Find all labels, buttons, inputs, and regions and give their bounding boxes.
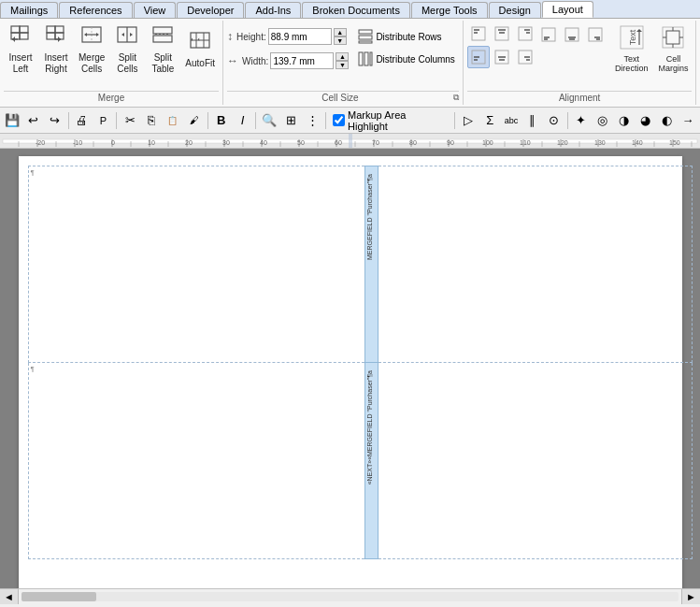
toolbar-cut-btn[interactable]: ✂ <box>120 110 140 131</box>
text-direction-button[interactable]: Text Text Direction <box>611 22 652 75</box>
hscrollbar[interactable]: ◄ ► <box>0 588 700 603</box>
cell-row1-col3[interactable] <box>378 166 692 363</box>
insert-left-icon <box>9 23 32 51</box>
markup-area-highlight-checkbox[interactable]: Markup Area Highlight <box>329 108 451 133</box>
insert-right-label: Insert Right <box>44 52 67 75</box>
svg-text:30: 30 <box>222 139 230 146</box>
toolbar-btn-1[interactable]: 💾 <box>2 110 22 131</box>
toolbar-btn-9[interactable]: ⋮ <box>302 110 322 131</box>
tab-merge-tools[interactable]: Merge Tools <box>411 2 488 18</box>
scroll-left-btn[interactable]: ◄ <box>0 589 19 604</box>
distribute-rows-button[interactable]: Distribute Rows <box>354 26 458 47</box>
height-input[interactable] <box>268 28 332 45</box>
align-bottom-right-btn[interactable] <box>584 23 607 46</box>
toolbar-btn-more2[interactable]: ◎ <box>593 110 613 131</box>
insert-left-button[interactable]: Insert Left <box>4 22 37 75</box>
toolbar-copy-btn[interactable]: ⎘ <box>141 110 162 131</box>
svg-rect-33 <box>359 52 363 65</box>
tab-developer[interactable]: Developer <box>177 2 244 18</box>
align-bottom-left-btn[interactable] <box>537 23 560 46</box>
doc-area[interactable]: ¶ MERGEFIELD "Purchaser"¶a ¶ «NEXT»«MERG… <box>0 149 700 588</box>
toolbar-btn-12[interactable]: ⊙ <box>544 110 564 131</box>
height-label: Height: <box>236 32 266 42</box>
svg-rect-21 <box>153 27 172 34</box>
align-bottom-center-btn[interactable] <box>561 23 583 46</box>
height-row: ↕ Height: ▲ ▼ <box>227 28 349 45</box>
svg-text:140: 140 <box>632 139 643 146</box>
width-spinner[interactable]: ▲ ▼ <box>336 52 349 69</box>
align-top-left-btn[interactable] <box>467 22 490 45</box>
tab-broken-documents[interactable]: Broken Documents <box>302 2 410 18</box>
tab-references[interactable]: References <box>59 2 132 18</box>
tab-layout[interactable]: Layout <box>542 1 593 18</box>
height-down-btn[interactable]: ▼ <box>334 36 347 45</box>
svg-rect-0 <box>11 26 20 33</box>
toolbar-btn-more6[interactable]: → <box>678 110 698 131</box>
mergefield-2: «NEXT»«MERGEFIELD "Purchaser"¶a <box>366 370 373 484</box>
svg-rect-7 <box>55 26 64 33</box>
height-spinner[interactable]: ▲ ▼ <box>334 28 347 45</box>
cell-row1-col1[interactable]: ¶ <box>28 166 364 363</box>
tab-design[interactable]: Design <box>489 2 541 18</box>
distribute-cols-button[interactable]: Distribute Columns <box>354 49 458 69</box>
merge-cells-button[interactable]: Merge Cells <box>75 22 108 75</box>
ruler-svg: -20 -10 0 10 20 30 40 50 60 70 80 90 <box>0 134 700 149</box>
row-marker-1: ¶ <box>31 168 35 177</box>
cell-row1-highlight: MERGEFIELD "Purchaser"¶a <box>364 166 378 363</box>
toolbar-zoom-out-btn[interactable]: 🔍 <box>259 110 279 131</box>
svg-rect-8 <box>47 33 55 39</box>
toolbar-btn-3[interactable]: ↪ <box>45 110 65 131</box>
cell-row2-col1[interactable]: ¶ <box>28 363 364 559</box>
autofit-button[interactable]: AutoFit <box>181 22 219 75</box>
toolbar-btn-more4[interactable]: ◕ <box>635 110 655 131</box>
sort-group: Z Sort <box>696 21 700 105</box>
toolbar-btn-table[interactable]: ⊞ <box>280 110 301 131</box>
scroll-thumb[interactable] <box>21 592 96 601</box>
align-top-right-btn[interactable] <box>514 22 536 45</box>
doc-table: ¶ MERGEFIELD "Purchaser"¶a ¶ «NEXT»«MERG… <box>28 166 693 559</box>
toolbar-btn-more1[interactable]: ✦ <box>571 110 592 131</box>
toolbar-btn-more3[interactable]: ◑ <box>613 110 634 131</box>
toolbar-btn-abc[interactable]: abc <box>501 110 521 131</box>
split-cells-button[interactable]: Split Cells <box>110 22 144 75</box>
markup-checkbox-input[interactable] <box>333 114 345 126</box>
toolbar-print-btn[interactable]: 🖨 <box>72 110 93 131</box>
toolbar-btn-5[interactable]: P <box>93 110 113 131</box>
toolbar-format-painter-btn[interactable]: 🖌 <box>184 110 205 131</box>
toolbar-btn-arrow[interactable]: ▷ <box>458 110 479 131</box>
height-up-btn[interactable]: ▲ <box>334 28 347 36</box>
split-table-button[interactable]: Split Table <box>146 22 179 75</box>
tab-add-ins[interactable]: Add-Ins <box>245 2 301 18</box>
scroll-track[interactable] <box>21 592 679 601</box>
cell-size-expand-icon[interactable]: ⧉ <box>453 93 459 103</box>
width-up-btn[interactable]: ▲ <box>336 52 349 61</box>
tab-view[interactable]: View <box>134 2 177 18</box>
svg-rect-31 <box>359 36 372 39</box>
svg-rect-79 <box>349 134 352 149</box>
align-middle-right-btn[interactable] <box>514 46 536 68</box>
toolbar-btn-sigma[interactable]: Σ <box>479 110 500 131</box>
toolbar-btn-2[interactable]: ↩ <box>23 110 44 131</box>
align-top-center-btn[interactable] <box>491 22 513 45</box>
align-middle-center-btn[interactable] <box>491 46 513 68</box>
svg-marker-19 <box>121 33 124 36</box>
align-middle-left-btn[interactable] <box>467 46 490 68</box>
toolbar-btn-11[interactable]: ∥ <box>522 110 543 131</box>
svg-rect-30 <box>359 30 372 34</box>
cell-row2-col3[interactable] <box>378 363 692 559</box>
toolbar-italic-btn[interactable]: I <box>233 110 253 131</box>
tab-mailings[interactable]: Mailings <box>0 2 58 18</box>
toolbar-paste-btn[interactable]: 📋 <box>163 110 183 131</box>
svg-text:110: 110 <box>520 139 531 146</box>
split-table-icon <box>151 23 174 51</box>
insert-right-button[interactable]: Insert Right <box>39 22 73 75</box>
svg-rect-68 <box>666 31 679 44</box>
toolbar-btn-more5[interactable]: ◐ <box>656 110 677 131</box>
cell-margins-button[interactable]: Cell Margins <box>654 22 692 75</box>
toolbar-bold-btn[interactable]: B <box>211 110 232 131</box>
width-input[interactable] <box>270 52 334 69</box>
width-label: Width: <box>242 56 268 66</box>
svg-rect-35 <box>370 52 372 65</box>
width-down-btn[interactable]: ▼ <box>336 61 349 69</box>
scroll-right-btn[interactable]: ► <box>681 589 700 604</box>
